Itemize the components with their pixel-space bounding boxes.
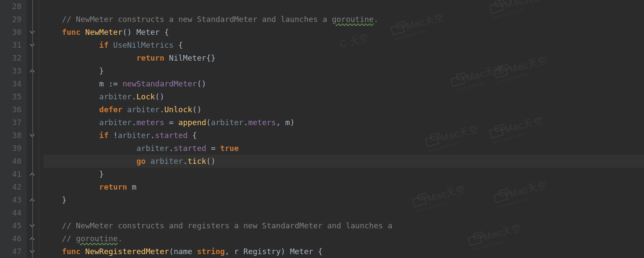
- code-line[interactable]: // goroutine.: [43, 232, 644, 245]
- code-line[interactable]: arbiter.Lock(): [43, 90, 644, 103]
- line-number: 29: [0, 13, 27, 26]
- line-number: 32: [0, 52, 27, 64]
- line-number: 28: [0, 0, 27, 13]
- line-number-gutter: 2829303132333435363738394041424344454647: [0, 0, 27, 258]
- line-number: 43: [0, 194, 27, 206]
- code-editor[interactable]: 2829303132333435363738394041424344454647…: [0, 0, 644, 258]
- line-number: 38: [0, 129, 27, 142]
- code-line[interactable]: return NilMeter{}: [43, 52, 644, 64]
- code-line[interactable]: [43, 0, 644, 13]
- code-line[interactable]: // NewMeter constructs a new StandardMet…: [43, 13, 644, 26]
- code-area[interactable]: Mac天空www.mac69.com Mac天空www.mac69.com C …: [39, 0, 644, 258]
- line-number: 45: [0, 219, 27, 232]
- code-line[interactable]: if !arbiter.started {: [43, 129, 644, 142]
- line-number: 30: [0, 26, 27, 39]
- line-number: 33: [0, 64, 27, 77]
- code-line[interactable]: arbiter.started = true: [43, 142, 644, 155]
- line-number: 44: [0, 206, 27, 219]
- code-line[interactable]: }: [43, 168, 644, 181]
- code-line[interactable]: return m: [43, 181, 644, 194]
- code-line[interactable]: defer arbiter.Unlock(): [43, 103, 644, 116]
- code-line[interactable]: m := newStandardMeter(): [43, 77, 644, 90]
- line-number: 37: [0, 116, 27, 129]
- fold-guide-line: [32, 0, 33, 258]
- line-number: 31: [0, 39, 27, 52]
- line-number: 46: [0, 232, 27, 245]
- code-line[interactable]: func NewRegisteredMeter(name string, r R…: [43, 245, 644, 258]
- line-number: 42: [0, 181, 27, 194]
- code-line[interactable]: arbiter.meters = append(arbiter.meters, …: [43, 116, 644, 129]
- code-line[interactable]: if UseNilMetrics {: [43, 39, 644, 52]
- code-line[interactable]: }: [43, 64, 644, 77]
- line-number: 36: [0, 103, 27, 116]
- code-line[interactable]: func NewMeter() Meter {: [43, 26, 644, 39]
- line-number: 47: [0, 245, 27, 258]
- line-number: 39: [0, 142, 27, 155]
- line-number: 35: [0, 90, 27, 103]
- line-number: 40: [0, 155, 27, 168]
- code-line[interactable]: // NewMeter constructs and registers a n…: [43, 219, 644, 232]
- code-line[interactable]: go arbiter.tick(): [43, 155, 644, 168]
- line-number: 41: [0, 168, 27, 181]
- line-number: 34: [0, 77, 27, 90]
- code-line[interactable]: [43, 206, 644, 219]
- code-line[interactable]: }: [43, 194, 644, 206]
- fold-column[interactable]: [27, 0, 39, 258]
